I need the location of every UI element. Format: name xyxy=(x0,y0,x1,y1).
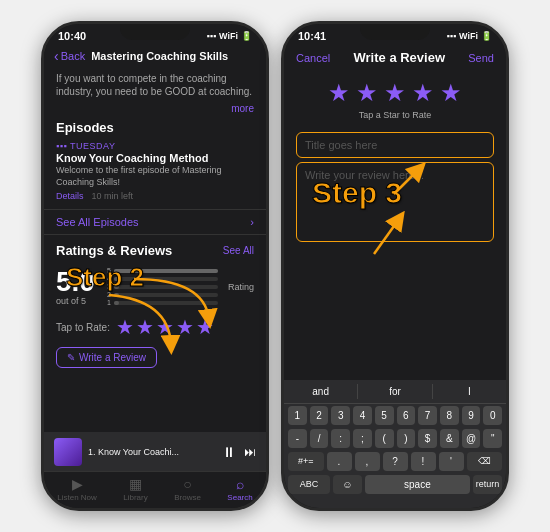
left-phone: 10:40 ▪▪▪ WiFi 🔋 ‹ Back Mastering Coachi… xyxy=(41,21,269,511)
review-star-5[interactable]: ★ xyxy=(440,79,462,107)
right-screen: 10:41 ▪▪▪ WiFi 🔋 Cancel Write a Review S… xyxy=(284,24,506,508)
see-all-ratings[interactable]: See All xyxy=(223,245,254,256)
key-apostrophe[interactable]: ' xyxy=(439,452,464,471)
ratings-title: Ratings & Reviews xyxy=(56,243,172,258)
tap-star-label: Tap a Star to Rate xyxy=(359,110,432,120)
review-star-4[interactable]: ★ xyxy=(412,79,434,107)
key-exclaim[interactable]: ! xyxy=(411,452,436,471)
star-4[interactable]: ★ xyxy=(176,315,194,339)
details-link[interactable]: Details xyxy=(56,191,84,201)
see-all-episodes[interactable]: See All Episodes › xyxy=(44,209,266,235)
more-link[interactable]: more xyxy=(44,103,266,114)
listen-now-icon: ▶ xyxy=(72,476,83,492)
ratings-content: 5.0 out of 5 5 4 3 xyxy=(44,262,266,311)
key-dash[interactable]: - xyxy=(288,429,307,448)
rating-stars[interactable]: ★ ★ ★ ★ ★ xyxy=(116,315,214,339)
pause-icon[interactable]: ⏸ xyxy=(222,444,236,460)
left-screen: 10:40 ▪▪▪ WiFi 🔋 ‹ Back Mastering Coachi… xyxy=(44,24,266,508)
time-left-label: 10 min left xyxy=(92,191,134,201)
search-icon: ⌕ xyxy=(236,476,244,492)
abc-key[interactable]: ABC xyxy=(288,475,330,494)
key-semicolon[interactable]: ; xyxy=(353,429,372,448)
key-comma[interactable]: , xyxy=(355,452,380,471)
chevron-right-icon: › xyxy=(250,216,254,228)
key-amp[interactable]: & xyxy=(440,429,459,448)
bar-row-1: 1 xyxy=(105,299,218,306)
review-star-2[interactable]: ★ xyxy=(356,79,378,107)
key-5[interactable]: 5 xyxy=(375,406,394,425)
status-icons-right: ▪▪▪ WiFi 🔋 xyxy=(447,31,493,41)
playback-controls[interactable]: ⏸ ⏭ xyxy=(222,444,256,460)
review-star-row[interactable]: ★ ★ ★ ★ ★ xyxy=(328,79,462,107)
return-key[interactable]: return xyxy=(473,475,502,494)
back-button[interactable]: ‹ Back xyxy=(54,48,85,64)
key-colon[interactable]: : xyxy=(331,429,350,448)
nav-title: Mastering Coaching Skills xyxy=(91,50,228,62)
key-7[interactable]: 7 xyxy=(418,406,437,425)
rating-right: Rating xyxy=(228,282,254,292)
key-2[interactable]: 2 xyxy=(310,406,329,425)
library-icon: ▦ xyxy=(129,476,142,492)
tab-listen-now[interactable]: ▶ Listen Now xyxy=(57,476,97,502)
key-0[interactable]: 0 xyxy=(483,406,502,425)
review-star-3[interactable]: ★ xyxy=(384,79,406,107)
space-key[interactable]: space xyxy=(365,475,470,494)
episode-desc: Welcome to the first episode of Masterin… xyxy=(56,165,254,188)
episode-title: Know Your Coaching Method xyxy=(56,152,254,164)
review-title-field[interactable]: Title goes here xyxy=(296,132,494,158)
episodes-header: Episodes xyxy=(44,114,266,137)
key-rparen[interactable]: ) xyxy=(397,429,416,448)
star-2[interactable]: ★ xyxy=(136,315,154,339)
suggestion-i[interactable]: I xyxy=(433,384,506,399)
tab-library-label: Library xyxy=(123,493,147,502)
key-8[interactable]: 8 xyxy=(440,406,459,425)
tab-search-label: Search xyxy=(227,493,252,502)
nav-bar-left: ‹ Back Mastering Coaching Skills xyxy=(44,44,266,68)
tab-bar: ▶ Listen Now ▦ Library ○ Browse ⌕ Search xyxy=(44,471,266,508)
tab-listen-label: Listen Now xyxy=(57,493,97,502)
episode-date: ▪▪▪ TUESDAY xyxy=(56,141,254,151)
tab-search[interactable]: ⌕ Search xyxy=(227,476,252,502)
star-1[interactable]: ★ xyxy=(116,315,134,339)
key-lparen[interactable]: ( xyxy=(375,429,394,448)
suggestion-for[interactable]: for xyxy=(358,384,432,399)
star-3[interactable]: ★ xyxy=(156,315,174,339)
key-hash-eq[interactable]: #+= xyxy=(288,452,324,471)
tap-rate-label: Tap to Rate: xyxy=(56,322,110,333)
key-slash[interactable]: / xyxy=(310,429,329,448)
key-dollar[interactable]: $ xyxy=(418,429,437,448)
symbol-row-1: - / : ; ( ) $ & @ " xyxy=(284,427,506,450)
key-quote[interactable]: " xyxy=(483,429,502,448)
star-5[interactable]: ★ xyxy=(196,315,214,339)
key-3[interactable]: 3 xyxy=(331,406,350,425)
key-at[interactable]: @ xyxy=(462,429,481,448)
tab-library[interactable]: ▦ Library xyxy=(123,476,147,502)
key-question[interactable]: ? xyxy=(383,452,408,471)
keyboard[interactable]: and for I 1 2 3 4 5 6 7 8 9 0 xyxy=(284,380,506,508)
backspace-key[interactable]: ⌫ xyxy=(467,452,503,471)
out-of-label: out of 5 xyxy=(56,296,95,306)
emoji-key[interactable]: ☺ xyxy=(333,475,362,494)
right-phone: 10:41 ▪▪▪ WiFi 🔋 Cancel Write a Review S… xyxy=(281,21,509,511)
review-body-field[interactable]: Write your review here... xyxy=(296,162,494,242)
key-9[interactable]: 9 xyxy=(462,406,481,425)
bar-row-3: 3 xyxy=(105,283,218,290)
podcast-description: If you want to compete in the coaching i… xyxy=(44,68,266,102)
notch-right xyxy=(360,24,430,40)
key-4[interactable]: 4 xyxy=(353,406,372,425)
bottom-key-row: ABC ☺ space return xyxy=(284,473,506,508)
suggestion-and[interactable]: and xyxy=(284,384,358,399)
send-button[interactable]: Send xyxy=(468,52,494,64)
tab-browse[interactable]: ○ Browse xyxy=(174,476,201,502)
episode-info: 1. Know Your Coachi... xyxy=(88,447,216,457)
skip-forward-icon[interactable]: ⏭ xyxy=(244,445,256,459)
now-playing-bar[interactable]: 1. Know Your Coachi... ⏸ ⏭ xyxy=(44,432,266,472)
cancel-button[interactable]: Cancel xyxy=(296,52,330,64)
key-period[interactable]: . xyxy=(327,452,352,471)
review-star-1[interactable]: ★ xyxy=(328,79,350,107)
episode-name: 1. Know Your Coachi... xyxy=(88,447,216,457)
ratings-header: Ratings & Reviews See All xyxy=(44,239,266,262)
write-review-button[interactable]: ✎ Write a Review xyxy=(56,347,157,368)
key-6[interactable]: 6 xyxy=(397,406,416,425)
key-1[interactable]: 1 xyxy=(288,406,307,425)
